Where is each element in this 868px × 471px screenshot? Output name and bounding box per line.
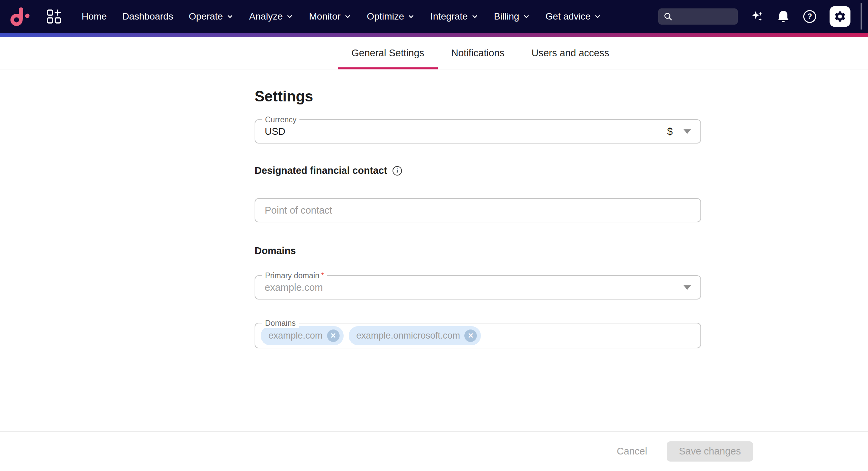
sparkles-icon[interactable]: [751, 10, 764, 23]
search-box[interactable]: [658, 8, 738, 25]
primary-nav: Home Dashboards Operate Analyze Monitor …: [82, 11, 601, 22]
financial-contact-heading: Designated financial contact i: [255, 165, 701, 176]
scrollbar-thumb[interactable]: [861, 3, 862, 30]
nav-item-integrate[interactable]: Integrate: [430, 11, 479, 22]
tab-general-settings[interactable]: General Settings: [338, 37, 438, 69]
svg-text:?: ?: [807, 12, 812, 21]
action-bar: Cancel Save changes: [0, 431, 868, 471]
nav-item-get-advice[interactable]: Get advice: [546, 11, 602, 22]
domains-heading: Domains: [255, 245, 701, 256]
nav-item-optimize[interactable]: Optimize: [367, 11, 415, 22]
apps-grid-icon[interactable]: [46, 8, 62, 25]
chevron-down-icon: [407, 13, 415, 20]
chevron-down-icon: [594, 13, 601, 20]
nav-item-monitor[interactable]: Monitor: [309, 11, 351, 22]
close-icon[interactable]: ×: [464, 329, 477, 342]
currency-adornment: $: [667, 126, 700, 137]
info-icon[interactable]: i: [393, 166, 402, 176]
currency-label: Currency: [262, 115, 299, 125]
primary-domain-adornment: [684, 285, 700, 290]
navbar-right-cluster: ?: [658, 6, 859, 27]
domains-chips-field[interactable]: Domains example.com × example.onmicrosof…: [255, 323, 701, 348]
cancel-button[interactable]: Cancel: [617, 446, 647, 457]
search-input[interactable]: [676, 11, 733, 21]
gear-icon[interactable]: [830, 6, 850, 27]
top-navbar: Home Dashboards Operate Analyze Monitor …: [0, 0, 868, 33]
chevron-down-icon: [471, 13, 479, 20]
brand-gradient-bar: [0, 33, 868, 37]
settings-tabs: General Settings Notifications Users and…: [0, 37, 868, 69]
nav-item-home[interactable]: Home: [82, 11, 107, 22]
page-title: Settings: [255, 87, 701, 106]
help-icon[interactable]: ?: [803, 9, 817, 24]
domains-field-label: Domains: [262, 318, 299, 328]
dotdigital-logo-icon[interactable]: [9, 5, 31, 28]
nav-item-dashboards[interactable]: Dashboards: [122, 11, 173, 22]
nav-item-analyze[interactable]: Analyze: [249, 11, 294, 22]
caret-down-icon[interactable]: [684, 285, 691, 290]
bell-icon[interactable]: [777, 10, 790, 23]
settings-page: Home Dashboards Operate Analyze Monitor …: [0, 0, 868, 471]
chevron-down-icon: [286, 13, 293, 20]
required-asterisk: *: [321, 271, 324, 281]
domain-chip[interactable]: example.com ×: [261, 326, 344, 345]
caret-down-icon[interactable]: [684, 129, 691, 134]
chevron-down-icon: [226, 13, 234, 20]
domain-chip[interactable]: example.onmicrosoft.com ×: [349, 326, 481, 345]
tab-users-and-access[interactable]: Users and access: [518, 37, 623, 69]
primary-domain-label: Primary domain *: [262, 271, 327, 281]
primary-domain-input[interactable]: [255, 282, 684, 293]
close-icon[interactable]: ×: [327, 329, 340, 342]
dollar-symbol: $: [667, 126, 673, 137]
chevron-down-icon: [344, 13, 351, 20]
currency-select[interactable]: Currency $: [255, 119, 701, 144]
currency-value-input[interactable]: [255, 126, 667, 137]
tab-notifications[interactable]: Notifications: [438, 37, 518, 69]
nav-item-billing[interactable]: Billing: [494, 11, 530, 22]
settings-form: Settings Currency $ Designated financial…: [255, 69, 701, 348]
save-changes-button[interactable]: Save changes: [667, 441, 753, 462]
point-of-contact-field[interactable]: [255, 198, 701, 222]
primary-domain-select[interactable]: Primary domain *: [255, 275, 701, 300]
nav-item-operate[interactable]: Operate: [189, 11, 234, 22]
point-of-contact-input[interactable]: [255, 205, 700, 216]
chevron-down-icon: [523, 13, 530, 20]
search-icon: [663, 11, 673, 22]
